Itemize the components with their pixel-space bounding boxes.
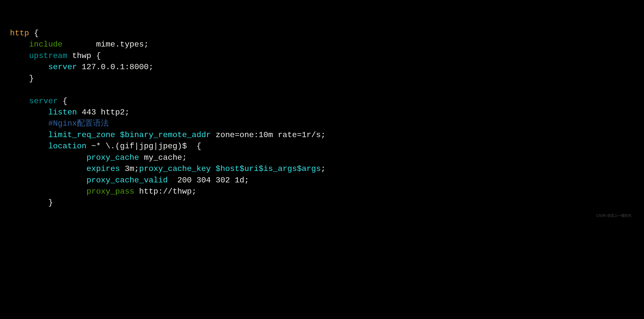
directive-proxy-cache: proxy_cache [86, 153, 139, 162]
comment: #Nginx配置语法 [48, 119, 109, 128]
directive-proxy-pass: proxy_pass [86, 187, 134, 196]
code-line: } [10, 198, 53, 207]
code-line: expires 3m;proxy_cache_key $host$uri$is_… [10, 164, 326, 173]
code-line: location ~* \.(gif|jpg|jpeg)$ { [10, 142, 201, 151]
directive-listen: listen [48, 108, 77, 117]
directive-proxy-cache-valid: proxy_cache_valid [86, 176, 168, 185]
watermark: CSDN @恋上一缕阳光 [596, 213, 632, 218]
code-line: server 127.0.0.1:8000; [10, 62, 154, 72]
directive-location: location [48, 142, 87, 151]
code-line: http { [10, 29, 38, 38]
code-line: #Nginx配置语法 [10, 119, 109, 128]
directive-server-upstream: server [48, 62, 77, 72]
directive-proxy-cache-key: proxy_cache_key $host$uri$is_args$args [139, 164, 321, 173]
code-line: proxy_cache_valid 200 304 302 1d; [10, 176, 249, 185]
code-line: proxy_pass http://thwp; [10, 187, 196, 196]
code-block: http { include mime.types; upstream thwp… [10, 16, 634, 220]
code-line: upstream thwp { [10, 51, 101, 60]
code-line: proxy_cache my_cache; [10, 153, 187, 162]
code-line: listen 443 http2; [10, 108, 130, 117]
code-line: include mime.types; [10, 40, 149, 49]
directive-upstream: upstream [29, 51, 68, 60]
directive-limit-req-zone: limit_req_zone $binary_remote_addr [48, 130, 211, 140]
directive-server: server [29, 96, 58, 106]
directive-http: http [10, 29, 29, 38]
code-line: } [10, 74, 34, 83]
code-line: limit_req_zone $binary_remote_addr zone=… [10, 130, 326, 140]
directive-include: include [29, 40, 62, 49]
directive-expires: expires [86, 164, 120, 173]
code-line: server { [10, 96, 67, 106]
